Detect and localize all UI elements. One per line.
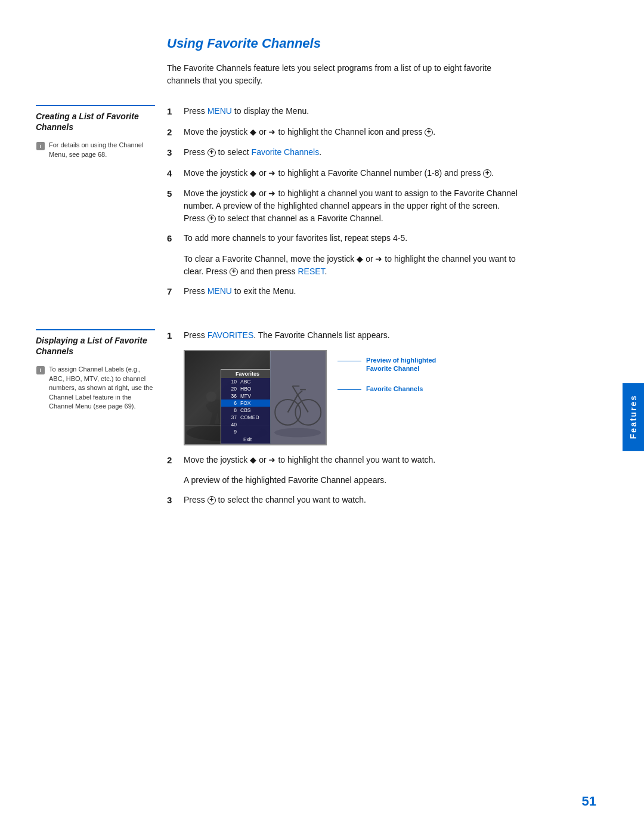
steps-list-2b: 2 Move the joystick ◆ or ➜ to highlight … (167, 454, 608, 467)
step-1-5-text: Move the joystick ◆ or ➜ to highlight a … (184, 187, 518, 225)
fav-header: Favorites (221, 370, 270, 378)
fav-row-36: 36 MTV (221, 392, 270, 400)
step-2-2: 2 Move the joystick ◆ or ➜ to highlight … (167, 454, 608, 467)
step-2-2-subnote: A preview of the highlighted Favorite Ch… (184, 474, 518, 487)
circle-plus-1: + (425, 128, 433, 137)
annotation-line-1 (338, 361, 361, 361)
fav-row-6: 6 FOX (221, 400, 270, 407)
step-1-4-num: 4 (167, 167, 177, 181)
fav-num-40: 40 (225, 422, 237, 428)
menu-keyword-1: MENU (208, 106, 232, 116)
favorites-overlay: Favorites 10 ABC 20 HBO (221, 369, 270, 444)
steps-list-1: 1 Press MENU to display the Menu. 2 Move… (167, 105, 608, 246)
menu-keyword-2: MENU (208, 286, 232, 296)
content-area: Creating a List of Favorite Channels i F… (36, 105, 608, 515)
step-2-1-text: Press FAVORITES. The Favorite Channels l… (184, 329, 518, 342)
section2-note-text: To assign Channel Labels (e.g., ABC, HBO… (49, 365, 155, 411)
section2-steps: 1 Press FAVORITES. The Favorite Channels… (167, 329, 608, 515)
annotation-line-2 (338, 389, 361, 390)
step-2-3-num: 3 (167, 494, 177, 507)
page-number: 51 (582, 794, 596, 809)
annotation-preview-text: Preview of highlighted Favorite Channel (366, 356, 445, 373)
section1-steps: 1 Press MENU to display the Menu. 2 Move… (167, 105, 608, 305)
section-displaying: Displaying a List of Favorite Channels i… (36, 329, 608, 515)
fav-row-9: 9 (221, 428, 270, 435)
circle-plus-6: + (208, 496, 216, 504)
fav-num-20: 20 (225, 386, 237, 392)
page-container: Using Favorite Channels The Favorite Cha… (0, 0, 644, 833)
step-1-6-num: 6 (167, 232, 177, 246)
step-2-2-text: Move the joystick ◆ or ➜ to highlight th… (184, 454, 518, 466)
svg-text:i: i (40, 367, 42, 373)
section1-heading: Creating a List of Favorite Channels (36, 105, 155, 132)
section1-note: i For details on using the Channel Menu,… (36, 141, 155, 159)
fav-label-fox: FOX (240, 400, 250, 406)
step-1-2-text: Move the joystick ◆ or ➜ to highlight th… (184, 126, 518, 138)
step-1-5: 5 Move the joystick ◆ or ➜ to highlight … (167, 187, 608, 225)
step-1-7-text: Press MENU to exit the Menu. (184, 285, 518, 298)
favorites-image-section: Favorites 10 ABC 20 HBO (184, 350, 608, 445)
step-2-3: 3 Press + to select the channel you want… (167, 494, 608, 507)
step-2-1: 1 Press FAVORITES. The Favorite Channels… (167, 329, 608, 343)
favorite-channels-keyword: Favorite Channels (252, 147, 320, 157)
circle-plus-4: + (208, 215, 216, 223)
section-creating-left: Creating a List of Favorite Channels i F… (36, 105, 167, 305)
step-1-1-num: 1 (167, 105, 177, 119)
fav-num-6: 6 (225, 400, 237, 406)
screenshot-annotations: Preview of highlighted Favorite Channel … (338, 350, 445, 394)
step-1-7-num: 7 (167, 285, 177, 299)
step-1-1-text: Press MENU to display the Menu. (184, 105, 518, 117)
fav-row-37: 37 COMED (221, 414, 270, 421)
favorites-keyword: FAVORITES (208, 330, 254, 340)
sub-note-clear: To clear a Favorite Channel, move the jo… (184, 253, 518, 278)
svg-text:i: i (40, 143, 42, 149)
step-1-3: 3 Press + to select Favorite Channels. (167, 146, 608, 160)
annotation-favorites-text: Favorite Channels (366, 385, 423, 393)
step-1-3-num: 3 (167, 146, 177, 160)
tv-screenshot: Favorites 10 ABC 20 HBO (184, 350, 327, 445)
step-1-7: 7 Press MENU to exit the Menu. (167, 285, 608, 299)
fav-row-20: 20 HBO (221, 385, 270, 392)
step-2-2-num: 2 (167, 454, 177, 467)
section1-note-text: For details on using the Channel Menu, s… (49, 141, 155, 159)
svg-point-7 (206, 391, 217, 402)
fav-row-10: 10 ABC (221, 378, 270, 385)
step-1-3-text: Press + to select Favorite Channels. (184, 146, 518, 159)
fav-exit: Exit (221, 435, 270, 444)
steps-list-1b: 7 Press MENU to exit the Menu. (167, 285, 608, 299)
step-1-6: 6 To add more channels to your favorites… (167, 232, 608, 246)
features-tab-wrapper: Features (623, 382, 644, 450)
step-1-5-num: 5 (167, 187, 177, 201)
annotation-favorites: Favorite Channels (338, 385, 445, 393)
page-title: Using Favorite Channels (167, 36, 608, 51)
intro-text: The Favorite Channels feature lets you s… (167, 62, 525, 87)
circle-plus-2: + (208, 148, 216, 157)
fav-label-abc: ABC (240, 379, 250, 385)
tv-screenshot-container: Favorites 10 ABC 20 HBO (184, 350, 327, 445)
note-icon: i (36, 141, 45, 151)
fav-row-8: 8 CBS (221, 407, 270, 414)
svg-point-26 (274, 428, 321, 437)
circle-plus-3: + (483, 169, 491, 178)
step-1-6-text: To add more channels to your favorites l… (184, 232, 518, 244)
fav-label-cbs: CBS (240, 407, 250, 413)
section2-heading: Displaying a List of Favorite Channels (36, 329, 155, 357)
steps-list-2c: 3 Press + to select the channel you want… (167, 494, 608, 507)
fav-num-36: 36 (225, 393, 237, 399)
fav-label-hbo: HBO (240, 386, 251, 392)
section2-note: i To assign Channel Labels (e.g., ABC, H… (36, 365, 155, 411)
tv-left-panel: Favorites 10 ABC 20 HBO (185, 351, 270, 444)
fav-num-8: 8 (225, 407, 237, 413)
steps-list-2: 1 Press FAVORITES. The Favorite Channels… (167, 329, 608, 343)
note-icon-2: i (36, 366, 45, 375)
fav-num-9: 9 (225, 429, 237, 435)
fav-label-comed: COMED (240, 414, 259, 420)
annotation-preview: Preview of highlighted Favorite Channel (338, 356, 445, 373)
step-2-1-num: 1 (167, 329, 177, 343)
section-creating: Creating a List of Favorite Channels i F… (36, 105, 608, 305)
fav-label-mtv: MTV (240, 393, 251, 399)
step-2-3-text: Press + to select the channel you want t… (184, 494, 518, 506)
step-1-2: 2 Move the joystick ◆ or ➜ to highlight … (167, 126, 608, 140)
step-1-1: 1 Press MENU to display the Menu. (167, 105, 608, 119)
section-displaying-left: Displaying a List of Favorite Channels i… (36, 329, 167, 515)
